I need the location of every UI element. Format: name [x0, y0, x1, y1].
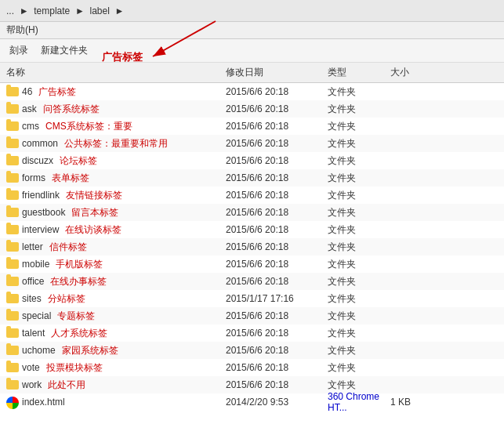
table-row[interactable]: work此处不用2015/6/6 20:18文件夹 [0, 376, 504, 393]
file-name: ask [22, 103, 37, 114]
file-name: 46 [22, 86, 32, 97]
file-date: 2015/6/6 20:18 [226, 207, 328, 218]
menu-bar: 帮助(H) [0, 22, 504, 39]
file-date: 2015/6/6 20:18 [226, 224, 328, 235]
file-date: 2014/2/20 9:53 [226, 397, 328, 408]
col-size-header: 大小 [390, 66, 437, 79]
folder-icon [6, 208, 19, 217]
file-name-cell: guestbook留言本标签 [6, 206, 226, 219]
file-type: 文件夹 [328, 154, 390, 168]
file-name: sites [22, 293, 42, 304]
file-date: 2015/6/6 20:18 [226, 190, 328, 201]
file-name-cell: cmsCMS系统标签：重要 [6, 120, 226, 133]
file-name: mobile [22, 259, 49, 270]
file-name: vote [22, 362, 40, 373]
file-desc: 人才系统标签 [51, 327, 107, 340]
file-type: 文件夹 [328, 258, 390, 271]
file-name: uchome [22, 345, 56, 356]
folder-icon [6, 87, 19, 96]
file-date: 2015/6/6 20:18 [226, 155, 328, 166]
file-desc: 手机版标签 [56, 258, 103, 271]
file-type: 文件夹 [328, 172, 390, 185]
burn-button[interactable]: 刻录 [6, 42, 31, 59]
folder-icon [6, 346, 19, 355]
folder-icon [6, 363, 19, 372]
file-type: 文件夹 [328, 310, 390, 323]
file-desc: 投票模块标签 [46, 361, 103, 375]
folder-icon [6, 121, 19, 131]
file-name-cell: friendlink友情链接标签 [6, 189, 226, 202]
file-name: interview [22, 224, 59, 235]
file-name-cell: sites分站标签 [6, 292, 226, 306]
column-headers: 名称 修改日期 类型 大小 [0, 63, 504, 83]
table-row[interactable]: uchome家园系统标签2015/6/6 20:18文件夹 [0, 342, 504, 359]
table-row[interactable]: office在线办事标签2015/6/6 20:18文件夹 [0, 273, 504, 290]
file-type: 文件夹 [328, 379, 390, 392]
table-row[interactable]: forms表单标签2015/6/6 20:18文件夹 [0, 169, 504, 187]
file-desc: 公共标签：最重要和常用 [64, 137, 168, 150]
table-row[interactable]: ask问答系统标签2015/6/6 20:18文件夹 [0, 100, 504, 118]
col-date-header: 修改日期 [226, 66, 328, 79]
table-row[interactable]: vote投票模块标签2015/6/6 20:18文件夹 [0, 359, 504, 376]
file-type: 文件夹 [328, 344, 390, 357]
table-row[interactable]: talent人才系统标签2015/6/6 20:18文件夹 [0, 324, 504, 342]
file-date: 2015/6/6 20:18 [226, 345, 328, 356]
file-name: talent [22, 328, 45, 339]
table-row[interactable]: cmsCMS系统标签：重要2015/6/6 20:18文件夹 [0, 118, 504, 135]
file-name: guestbook [22, 207, 65, 218]
file-list: 46广告标签2015/6/6 20:18文件夹ask问答系统标签2015/6/6… [0, 83, 504, 424]
file-name-cell: index.html [6, 396, 226, 408]
menu-help[interactable]: 帮助(H) [6, 24, 38, 37]
file-desc: 信件标签 [49, 241, 87, 254]
table-row[interactable]: index.html2014/2/20 9:53360 Chrome HT...… [0, 393, 504, 411]
file-desc: 在线访谈标签 [65, 223, 121, 237]
table-row[interactable]: letter信件标签2015/6/6 20:18文件夹 [0, 238, 504, 255]
file-name-cell: interview在线访谈标签 [6, 223, 226, 237]
table-row[interactable]: interview在线访谈标签2015/6/6 20:18文件夹 [0, 221, 504, 238]
file-type: 文件夹 [328, 292, 390, 306]
table-row[interactable]: sites分站标签2015/1/17 17:16文件夹 [0, 290, 504, 307]
file-desc: 留言本标签 [71, 206, 118, 219]
file-desc: 问答系统标签 [43, 103, 100, 116]
file-desc: 友情链接标签 [66, 189, 122, 202]
folder-icon [6, 328, 19, 338]
file-type: 文件夹 [328, 137, 390, 150]
file-name: work [22, 379, 42, 390]
file-date: 2015/6/6 20:18 [226, 362, 328, 373]
folder-icon [6, 173, 19, 183]
file-name-cell: 46广告标签 [6, 85, 226, 99]
table-row[interactable]: common公共标签：最重要和常用2015/6/6 20:18文件夹 [0, 135, 504, 152]
file-name-cell: special专题标签 [6, 310, 226, 323]
file-name-cell: vote投票模块标签 [6, 361, 226, 375]
breadcrumb: ... ► template ► label ► [6, 5, 124, 16]
folder-icon [6, 225, 19, 234]
folder-icon [6, 139, 19, 148]
file-size: 1 KB [390, 397, 437, 408]
folder-icon [6, 190, 19, 200]
file-date: 2015/6/6 20:18 [226, 259, 328, 270]
file-name: office [22, 276, 44, 287]
table-row[interactable]: special专题标签2015/6/6 20:18文件夹 [0, 307, 504, 324]
folder-icon [6, 294, 19, 303]
file-name: special [22, 310, 51, 321]
file-date: 2015/6/6 20:18 [226, 379, 328, 390]
table-row[interactable]: mobile手机版标签2015/6/6 20:18文件夹 [0, 255, 504, 273]
table-row[interactable]: guestbook留言本标签2015/6/6 20:18文件夹 [0, 204, 504, 221]
file-date: 2015/6/6 20:18 [226, 172, 328, 183]
file-name-cell: uchome家园系统标签 [6, 344, 226, 357]
file-name: letter [22, 241, 43, 252]
table-row[interactable]: 46广告标签2015/6/6 20:18文件夹 [0, 83, 504, 100]
file-type: 文件夹 [328, 241, 390, 254]
file-date: 2015/6/6 20:18 [226, 241, 328, 252]
file-type: 文件夹 [328, 275, 390, 288]
html-file-icon [6, 397, 19, 409]
file-type: 文件夹 [328, 85, 390, 99]
file-date: 2015/1/17 17:16 [226, 293, 328, 304]
table-row[interactable]: discuzx论坛标签2015/6/6 20:18文件夹 [0, 152, 504, 169]
table-row[interactable]: friendlink友情链接标签2015/6/6 20:18文件夹 [0, 187, 504, 204]
folder-icon [6, 156, 19, 165]
file-desc: 分站标签 [48, 292, 85, 306]
folder-icon [6, 104, 19, 114]
new-folder-button[interactable]: 新建文件夹 [38, 42, 91, 59]
file-desc: 广告标签 [38, 85, 76, 99]
